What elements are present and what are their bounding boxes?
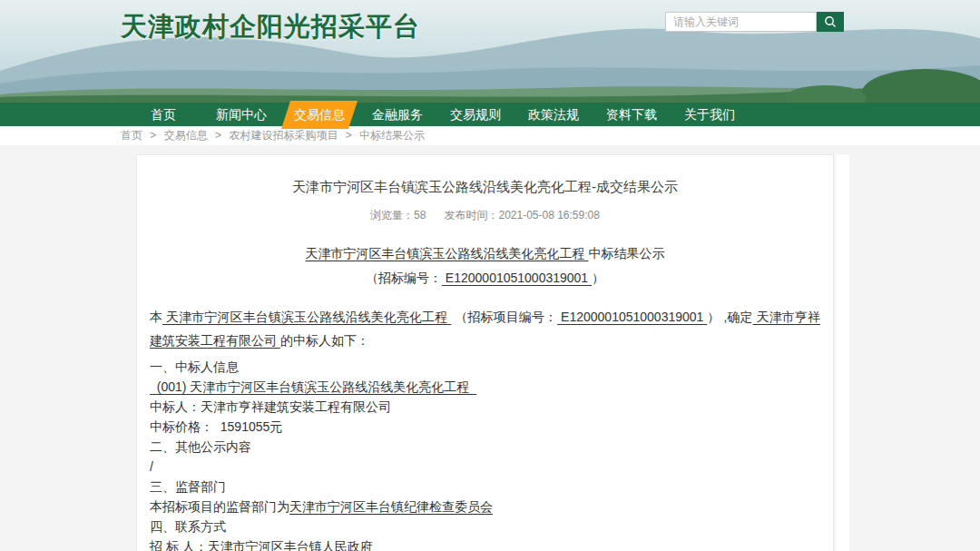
line-underlined: (001) 天津市宁河区丰台镇滨玉公路线沿线美化亮化工程 <box>150 379 476 394</box>
article-card: 天津市宁河区丰台镇滨玉公路线沿线美化亮化工程-成交结果公示 浏览量：58发布时间… <box>136 154 834 551</box>
nav-label: 新闻中心 <box>216 107 267 122</box>
p1-mid2: ） ,确定 <box>707 310 752 324</box>
search-input[interactable] <box>665 12 817 32</box>
site-title: 天津政村企阳光招采平台 <box>121 9 420 45</box>
line-price: 中标价格： 1591055元 <box>150 417 820 437</box>
line-underlined: 天津市宁河区丰台镇纪律检查委员会 <box>289 499 493 514</box>
publish-label: 发布时间： <box>444 209 498 221</box>
main-nav: 首页 新闻中心 交易信息 金融服务 交易规则 政策法规 资料下载 关于我们 <box>0 103 980 126</box>
views-label: 浏览量： <box>370 209 414 221</box>
bid-no-suffix: ） <box>592 271 604 285</box>
line-section-3: 三、监督部门 <box>150 477 820 497</box>
search-icon <box>823 15 838 29</box>
subtitle-suffix: 中标结果公示 <box>588 246 664 261</box>
search-button[interactable] <box>817 12 844 32</box>
line-section-1: 一、中标人信息 <box>150 357 820 377</box>
content-gutter <box>836 154 849 551</box>
line-text: 四、联系方式 <box>150 519 226 534</box>
breadcrumb: 首页 > 交易信息 > 农村建设招标采购项目 > 中标结果公示 <box>0 126 980 145</box>
bid-no-prefix: （招标编号： <box>366 271 442 285</box>
result-subtitle: 天津市宁河区丰台镇滨玉公路线沿线美化亮化工程 中标结果公示 <box>137 246 833 262</box>
views-count: 58 <box>414 209 426 221</box>
breadcrumb-trade-info[interactable]: 交易信息 <box>164 129 208 142</box>
nav-label: 首页 <box>151 107 176 122</box>
line-text: 招 标 人：天津市宁河区丰台镇人民政府 <box>150 539 373 551</box>
nav-label: 政策法规 <box>528 107 579 122</box>
publish-time: 2021-05-08 16:59:08 <box>498 209 599 221</box>
line-lot-001: (001) 天津市宁河区丰台镇滨玉公路线沿线美化亮化工程 <box>150 377 820 397</box>
nav-label: 关于我们 <box>684 107 735 122</box>
nav-item-finance[interactable]: 金融服务 <box>358 103 436 126</box>
nav-label: 资料下载 <box>606 107 657 122</box>
nav-item-news[interactable]: 新闻中心 <box>202 103 280 126</box>
nav-label: 交易规则 <box>450 107 501 122</box>
article-title: 天津市宁河区丰台镇滨玉公路线沿线美化亮化工程-成交结果公示 <box>137 179 833 196</box>
p1-project-underlined: 天津市宁河区丰台镇滨玉公路线沿线美化亮化工程 <box>162 310 451 324</box>
line-supervisor: 本招标项目的监督部门为天津市宁河区丰台镇纪律检查委员会 <box>150 497 820 517</box>
nav-label: 金融服务 <box>372 107 423 122</box>
breadcrumb-current: 中标结果公示 <box>359 129 425 142</box>
line-text: / <box>150 459 153 474</box>
line-section-4: 四、联系方式 <box>150 517 820 536</box>
bid-number-line: （招标编号： E1200001051000319001 ） <box>137 271 833 287</box>
p1-bidno-underlined: E1200001051000319001 <box>557 310 707 324</box>
banner-image: 天津政村企阳光招采平台 <box>0 0 980 103</box>
nav-item-policy[interactable]: 政策法规 <box>514 103 593 126</box>
line-slash: / <box>150 457 820 477</box>
breadcrumb-separator: > <box>150 129 156 142</box>
breadcrumb-home[interactable]: 首页 <box>121 129 142 142</box>
breadcrumb-separator: > <box>346 129 352 142</box>
p1-pre: 本 <box>150 310 162 324</box>
project-name-underlined: 天津市宁河区丰台镇滨玉公路线沿线美化亮化工程 <box>306 246 589 261</box>
nav-item-trade-rules[interactable]: 交易规则 <box>436 103 514 126</box>
nav-item-about[interactable]: 关于我们 <box>671 103 749 126</box>
line-text: 一、中标人信息 <box>150 359 239 374</box>
line-text: 三、监督部门 <box>150 479 226 494</box>
line-tenderer: 招 标 人：天津市宁河区丰台镇人民政府 <box>150 536 820 551</box>
page: 天津政村企阳光招采平台 首页 新闻中心 交易信息 金融服务 交易规则 政策法规 … <box>0 0 980 551</box>
article-body: 一、中标人信息 (001) 天津市宁河区丰台镇滨玉公路线沿线美化亮化工程 中标人… <box>150 357 820 551</box>
line-text: 中标人：天津市亨祥建筑安装工程有限公司 <box>150 399 391 414</box>
intro-paragraph: 本 天津市宁河区丰台镇滨玉公路线沿线美化亮化工程 （招标项目编号： E12000… <box>150 305 820 352</box>
bid-no-underlined: E1200001051000319001 <box>442 271 592 285</box>
article-meta: 浏览量：58发布时间：2021-05-08 16:59:08 <box>137 208 833 223</box>
nav-item-downloads[interactable]: 资料下载 <box>593 103 671 126</box>
nav-item-home[interactable]: 首页 <box>124 103 202 126</box>
p1-mid1: （招标项目编号： <box>451 310 557 324</box>
line-text: 中标价格： 1591055元 <box>150 419 282 434</box>
p1-post: 的中标人如下： <box>280 333 369 348</box>
search-bar <box>665 12 844 32</box>
nav-item-trade-info[interactable]: 交易信息 <box>280 103 358 126</box>
nav-label: 交易信息 <box>294 107 345 122</box>
breadcrumb-separator: > <box>215 129 221 142</box>
line-text: 二、其他公示内容 <box>150 439 251 454</box>
line-text: 本招标项目的监督部门为 <box>150 499 289 514</box>
line-winner: 中标人：天津市亨祥建筑安装工程有限公司 <box>150 397 820 417</box>
line-section-2: 二、其他公示内容 <box>150 437 820 457</box>
breadcrumb-rural-projects[interactable]: 农村建设招标采购项目 <box>229 129 338 142</box>
